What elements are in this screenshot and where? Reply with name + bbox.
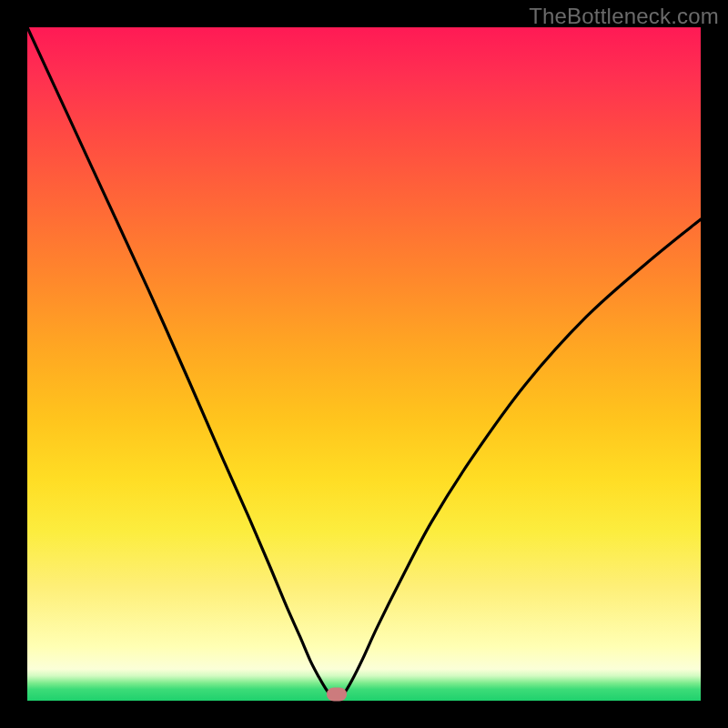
bottleneck-curve [27, 27, 701, 701]
plot-area [27, 27, 701, 701]
watermark-text: TheBottleneck.com [529, 4, 719, 29]
optimum-marker [327, 687, 347, 701]
chart-frame: TheBottleneck.com [0, 0, 728, 728]
